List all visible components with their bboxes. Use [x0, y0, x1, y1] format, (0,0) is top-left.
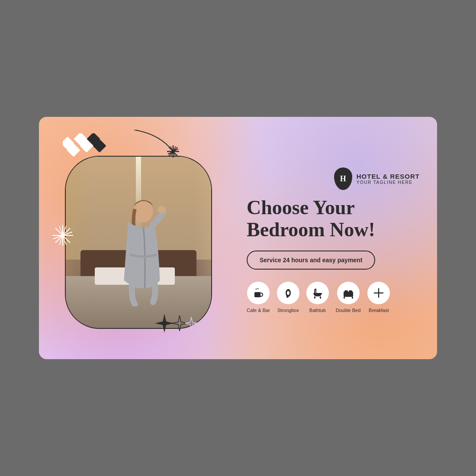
amenity-double-bed: Double Bed: [336, 282, 361, 313]
svg-rect-31: [314, 296, 315, 299]
double-bed-label: Double Bed: [336, 308, 361, 313]
svg-rect-36: [349, 290, 352, 293]
white-star-decoration: [51, 224, 75, 252]
logo-tagline: YOUR TAGLINE HERE: [357, 180, 420, 185]
double-bed-icon: [342, 287, 354, 299]
diamonds-decoration: [63, 133, 119, 157]
curve-decoration: [134, 130, 186, 166]
heading-line1: Choose Your: [247, 196, 355, 219]
heading-line2: Bedroom Now!: [247, 219, 375, 241]
strongbox-label: Strongbox: [277, 308, 299, 313]
amenities-row: Cafe & Bar Strongbox: [247, 282, 390, 313]
cafe-icon: [252, 287, 264, 299]
service-button[interactable]: Service 24 hours and easy payment: [247, 251, 375, 270]
main-heading: Choose Your Bedroom Now!: [247, 197, 375, 241]
breakfast-icon-circle: [367, 282, 390, 304]
bathtub-icon-circle: [306, 282, 329, 304]
logo-icon: H: [334, 167, 352, 190]
amenity-bathtub: Bathtub: [306, 282, 329, 313]
bathtub-label: Bathtub: [309, 308, 326, 313]
svg-rect-33: [344, 293, 353, 297]
cafe-icon-circle: [247, 282, 270, 304]
logo-text: HOTEL & RESORT YOUR TAGLINE HERE: [357, 173, 420, 185]
svg-point-23: [158, 206, 166, 213]
svg-rect-37: [344, 297, 345, 299]
strongbox-icon: [282, 287, 294, 299]
hotel-logo: H HOTEL & RESORT YOUR TAGLINE HERE: [334, 167, 420, 190]
amenity-cafe: Cafe & Bar: [247, 282, 270, 313]
sparkles-decoration: [156, 312, 199, 335]
logo-title: HOTEL & RESORT: [357, 173, 420, 180]
svg-rect-30: [313, 293, 322, 294]
hotel-card: H HOTEL & RESORT YOUR TAGLINE HERE Choos…: [39, 117, 437, 359]
breakfast-label: Breakfast: [369, 308, 389, 313]
amenity-breakfast: Breakfast: [367, 282, 390, 313]
strongbox-icon-circle: [277, 282, 299, 304]
svg-rect-32: [320, 296, 321, 299]
svg-rect-38: [352, 297, 353, 299]
cafe-label: Cafe & Bar: [247, 308, 270, 313]
svg-rect-25: [256, 296, 260, 297]
breakfast-icon: [373, 287, 385, 299]
logo-letter: H: [340, 174, 346, 183]
svg-rect-28: [288, 289, 289, 291]
right-panel: H HOTEL & RESORT YOUR TAGLINE HERE Choos…: [238, 117, 437, 359]
hotel-room-photo: [65, 156, 212, 329]
svg-point-27: [287, 291, 289, 295]
double-bed-icon-circle: [337, 282, 360, 304]
left-panel: [39, 117, 238, 359]
amenity-strongbox: Strongbox: [277, 282, 299, 313]
svg-rect-35: [344, 290, 348, 293]
bathtub-icon: [312, 287, 324, 299]
